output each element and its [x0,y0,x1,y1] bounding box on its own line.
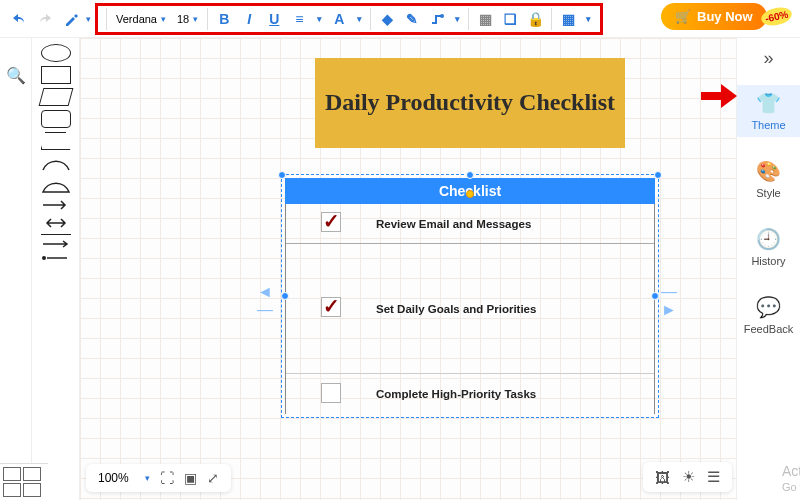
image-icon[interactable]: 🖼 [655,469,670,486]
chevron-down-icon: ▾ [193,14,198,24]
annotation-arrow [701,84,737,108]
font-size-value: 18 [177,13,189,25]
search-icon[interactable]: 🔍 [0,62,31,89]
checkmark-icon [321,212,341,232]
svg-point-0 [440,14,444,18]
bold-button[interactable]: B [213,8,235,30]
highlighted-text-tools: Verdana▾ 18▾ B I U ≡ ▾ A ▾ ◆ ✎ ▾ ▦ ❏ 🔒 ▦… [95,3,603,35]
checkmark-icon [321,297,341,317]
history-label: History [751,255,785,267]
resize-handle[interactable] [654,171,662,179]
chevron-down-icon[interactable]: ▾ [451,8,463,30]
align-button[interactable]: ≡ [288,8,310,30]
shape-dot-line[interactable] [41,253,71,263]
lock-button[interactable]: 🔒 [524,8,546,30]
chevron-down-icon[interactable]: ▾ [313,8,325,30]
separator [207,8,208,30]
resize-handle[interactable] [466,171,474,179]
rotate-handle[interactable] [466,190,474,198]
shape-ellipse[interactable] [41,44,71,62]
grid-icon[interactable] [3,467,21,481]
layer-button[interactable]: ❏ [499,8,521,30]
buy-now-badge[interactable]: 🛒Buy Now -60% [661,3,792,30]
redo-button[interactable] [34,8,56,30]
feedback-label: FeedBack [744,323,794,335]
palette-icon: 🎨 [756,159,781,183]
shape-arrow-double[interactable] [41,216,71,230]
right-panel: » 👕 Theme 🎨 Style 🕘 History 💬 FeedBack [736,38,800,500]
chevron-down-icon[interactable]: ▾ [353,8,365,30]
shape-halfcircle[interactable] [41,176,71,194]
shape-arrow-line[interactable] [41,239,71,249]
fit-width-icon[interactable]: ⛶ [160,470,174,486]
tshirt-icon: 👕 [756,91,781,115]
layers-icon[interactable]: ☰ [707,468,720,486]
connector-handle-right[interactable]: —► [661,296,683,306]
chat-icon: 💬 [756,295,781,319]
history-tab[interactable]: 🕘 History [737,221,800,273]
separator [370,8,371,30]
grid-icon[interactable] [23,467,41,481]
collapse-panel-button[interactable]: » [763,48,773,69]
cart-icon: 🛒 [675,9,691,24]
bottom-shape-strip [0,463,48,500]
view-controls: 🖼 ☀ ☰ [643,462,732,492]
theme-label: Theme [751,119,785,131]
shape-trapezoid[interactable] [41,132,71,150]
separator [468,8,469,30]
connector-button[interactable] [426,8,448,30]
chevron-down-icon[interactable]: ▾ [86,14,91,24]
grid-icon[interactable] [3,483,21,497]
resize-handle[interactable] [651,292,659,300]
fill-color-button[interactable]: ◆ [376,8,398,30]
font-color-button[interactable]: A [328,8,350,30]
chevron-down-icon[interactable]: ▾ [582,8,594,30]
line-color-button[interactable]: ✎ [401,8,423,30]
shape-parallelogram[interactable] [38,88,73,106]
undo-button[interactable] [8,8,30,30]
chevron-down-icon[interactable]: ▾ [145,473,150,483]
shape-panel [32,38,80,500]
style-label: Style [756,187,780,199]
separator [106,8,107,30]
feedback-tab[interactable]: 💬 FeedBack [737,289,800,341]
shape-rectangle2[interactable] [41,110,71,128]
watermark-line2: Go to S [782,480,800,494]
buy-now-label: Buy Now [697,9,753,24]
font-family-select[interactable]: Verdana▾ [112,11,170,27]
diagram-title-box[interactable]: Daily Productivity Checklist [315,58,625,148]
resize-handle[interactable] [281,292,289,300]
shape-rectangle[interactable] [41,66,71,84]
shape-arc[interactable] [41,154,71,172]
checklist-table[interactable]: Checklist Review Email and Messages Set … [285,178,655,414]
clock-icon: 🕘 [756,227,781,251]
zoom-controls: 100%▾ ⛶ ▣ ⤢ [86,464,231,492]
chevron-down-icon: ▾ [161,14,166,24]
style-tab[interactable]: 🎨 Style [737,153,800,205]
shape-line[interactable] [41,234,71,235]
font-size-select[interactable]: 18▾ [173,11,202,27]
canvas[interactable]: Daily Productivity Checklist Checklist R… [80,38,736,500]
shape-arrow-right[interactable] [41,198,71,212]
left-nav: 🔍 [0,38,32,500]
separator [551,8,552,30]
table-button[interactable]: ▦ [557,8,579,30]
underline-button[interactable]: U [263,8,285,30]
italic-button[interactable]: I [238,8,260,30]
fullscreen-icon[interactable]: ⤢ [207,470,219,486]
brightness-icon[interactable]: ☀ [682,468,695,486]
arrange-button[interactable]: ▦ [474,8,496,30]
zoom-level[interactable]: 100% [98,471,129,485]
resize-handle[interactable] [278,171,286,179]
activate-windows-watermark: Activa Go to S [782,462,800,494]
font-family-value: Verdana [116,13,157,25]
theme-tab[interactable]: 👕 Theme [737,85,800,137]
grid-icon[interactable] [23,483,41,497]
fit-page-icon[interactable]: ▣ [184,470,197,486]
format-painter-button[interactable] [60,8,82,30]
watermark-line1: Activa [782,462,800,480]
connector-handle-left[interactable]: ◄— [257,296,279,306]
svg-point-1 [42,256,46,260]
